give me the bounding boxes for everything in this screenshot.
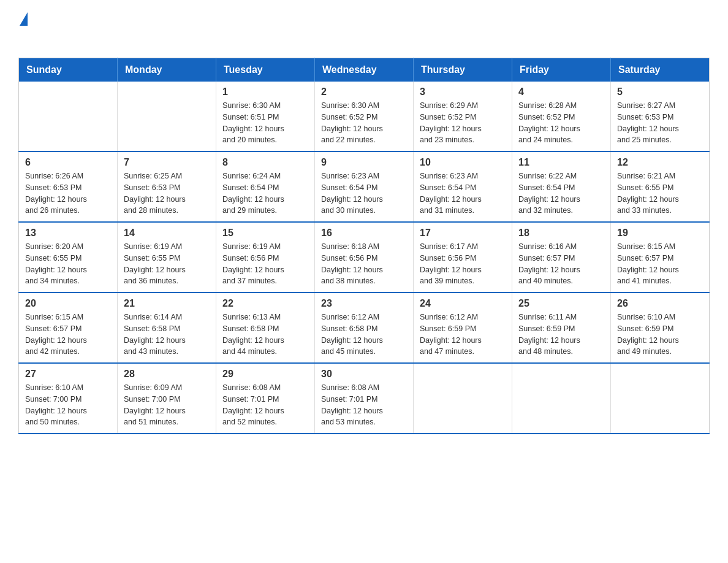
calendar-cell: 24Sunrise: 6:12 AM Sunset: 6:59 PM Dayli… <box>414 293 512 363</box>
calendar-cell: 1Sunrise: 6:30 AM Sunset: 6:51 PM Daylig… <box>216 82 315 151</box>
calendar-cell: 14Sunrise: 6:19 AM Sunset: 6:55 PM Dayli… <box>118 222 216 293</box>
day-number: 16 <box>321 228 407 239</box>
day-number: 1 <box>222 86 308 98</box>
day-info: Sunrise: 6:24 AM Sunset: 6:54 PM Dayligh… <box>222 170 308 216</box>
day-info: Sunrise: 6:12 AM Sunset: 6:58 PM Dayligh… <box>321 312 407 358</box>
day-number: 6 <box>25 157 111 168</box>
day-number: 20 <box>25 298 111 309</box>
day-number: 3 <box>420 86 506 98</box>
day-info: Sunrise: 6:22 AM Sunset: 6:54 PM Dayligh… <box>518 170 604 216</box>
day-number: 30 <box>321 369 407 380</box>
day-info: Sunrise: 6:23 AM Sunset: 6:54 PM Dayligh… <box>321 170 407 216</box>
logo <box>18 12 28 45</box>
day-info: Sunrise: 6:16 AM Sunset: 6:57 PM Dayligh… <box>518 241 604 287</box>
day-info: Sunrise: 6:13 AM Sunset: 6:58 PM Dayligh… <box>222 312 308 358</box>
calendar-cell: 27Sunrise: 6:10 AM Sunset: 7:00 PM Dayli… <box>19 363 118 434</box>
calendar-cell: 15Sunrise: 6:19 AM Sunset: 6:56 PM Dayli… <box>216 222 315 293</box>
day-number: 15 <box>222 228 308 239</box>
day-number: 2 <box>321 86 407 98</box>
day-number: 28 <box>124 369 210 380</box>
day-info: Sunrise: 6:20 AM Sunset: 6:55 PM Dayligh… <box>25 241 111 287</box>
day-info: Sunrise: 6:30 AM Sunset: 6:51 PM Dayligh… <box>222 100 308 146</box>
day-info: Sunrise: 6:25 AM Sunset: 6:53 PM Dayligh… <box>124 170 210 216</box>
day-info: Sunrise: 6:29 AM Sunset: 6:52 PM Dayligh… <box>420 100 506 146</box>
day-info: Sunrise: 6:21 AM Sunset: 6:55 PM Dayligh… <box>617 170 703 216</box>
day-info: Sunrise: 6:09 AM Sunset: 7:00 PM Dayligh… <box>124 382 210 428</box>
day-info: Sunrise: 6:15 AM Sunset: 6:57 PM Dayligh… <box>25 312 111 358</box>
calendar-cell: 11Sunrise: 6:22 AM Sunset: 6:54 PM Dayli… <box>512 151 611 222</box>
calendar-cell: 29Sunrise: 6:08 AM Sunset: 7:01 PM Dayli… <box>216 363 315 434</box>
day-number: 4 <box>518 86 604 98</box>
calendar-body: 1Sunrise: 6:30 AM Sunset: 6:51 PM Daylig… <box>19 82 710 434</box>
logo-triangle-icon <box>20 12 28 26</box>
day-number: 22 <box>222 298 308 309</box>
calendar-cell: 20Sunrise: 6:15 AM Sunset: 6:57 PM Dayli… <box>19 293 118 363</box>
day-info: Sunrise: 6:10 AM Sunset: 7:00 PM Dayligh… <box>25 382 111 428</box>
day-number: 17 <box>420 228 506 239</box>
calendar-week-row: 27Sunrise: 6:10 AM Sunset: 7:00 PM Dayli… <box>19 363 710 434</box>
weekday-header-thursday: Thursday <box>414 58 512 82</box>
day-number: 18 <box>518 228 604 239</box>
calendar-cell: 7Sunrise: 6:25 AM Sunset: 6:53 PM Daylig… <box>118 151 216 222</box>
day-info: Sunrise: 6:17 AM Sunset: 6:56 PM Dayligh… <box>420 241 506 287</box>
calendar-cell: 12Sunrise: 6:21 AM Sunset: 6:55 PM Dayli… <box>611 151 710 222</box>
day-number: 11 <box>518 157 604 168</box>
day-info: Sunrise: 6:19 AM Sunset: 6:56 PM Dayligh… <box>222 241 308 287</box>
day-info: Sunrise: 6:11 AM Sunset: 6:59 PM Dayligh… <box>518 312 604 358</box>
day-info: Sunrise: 6:23 AM Sunset: 6:54 PM Dayligh… <box>420 170 506 216</box>
calendar-week-row: 6Sunrise: 6:26 AM Sunset: 6:53 PM Daylig… <box>19 151 710 222</box>
day-number: 12 <box>617 157 703 168</box>
weekday-header-wednesday: Wednesday <box>315 58 414 82</box>
weekday-header-row: SundayMondayTuesdayWednesdayThursdayFrid… <box>19 58 710 82</box>
day-info: Sunrise: 6:14 AM Sunset: 6:58 PM Dayligh… <box>124 312 210 358</box>
day-number: 9 <box>321 157 407 168</box>
calendar-cell <box>414 363 512 434</box>
calendar-cell: 23Sunrise: 6:12 AM Sunset: 6:58 PM Dayli… <box>315 293 414 363</box>
day-number: 8 <box>222 157 308 168</box>
day-number: 21 <box>124 298 210 309</box>
weekday-header-monday: Monday <box>118 58 216 82</box>
day-info: Sunrise: 6:30 AM Sunset: 6:52 PM Dayligh… <box>321 100 407 146</box>
calendar-cell: 10Sunrise: 6:23 AM Sunset: 6:54 PM Dayli… <box>414 151 512 222</box>
calendar-cell <box>19 82 118 151</box>
calendar-cell: 3Sunrise: 6:29 AM Sunset: 6:52 PM Daylig… <box>414 82 512 151</box>
weekday-header-friday: Friday <box>512 58 611 82</box>
calendar-cell: 19Sunrise: 6:15 AM Sunset: 6:57 PM Dayli… <box>611 222 710 293</box>
calendar-cell: 4Sunrise: 6:28 AM Sunset: 6:52 PM Daylig… <box>512 82 611 151</box>
day-number: 23 <box>321 298 407 309</box>
calendar-cell: 8Sunrise: 6:24 AM Sunset: 6:54 PM Daylig… <box>216 151 315 222</box>
day-number: 29 <box>222 369 308 380</box>
calendar-header: SundayMondayTuesdayWednesdayThursdayFrid… <box>19 58 710 82</box>
calendar-cell <box>118 82 216 151</box>
calendar-cell <box>611 363 710 434</box>
calendar-cell: 18Sunrise: 6:16 AM Sunset: 6:57 PM Dayli… <box>512 222 611 293</box>
calendar-cell: 25Sunrise: 6:11 AM Sunset: 6:59 PM Dayli… <box>512 293 611 363</box>
calendar-cell: 30Sunrise: 6:08 AM Sunset: 7:01 PM Dayli… <box>315 363 414 434</box>
calendar-cell: 9Sunrise: 6:23 AM Sunset: 6:54 PM Daylig… <box>315 151 414 222</box>
day-number: 26 <box>617 298 703 309</box>
calendar-cell: 17Sunrise: 6:17 AM Sunset: 6:56 PM Dayli… <box>414 222 512 293</box>
calendar-week-row: 13Sunrise: 6:20 AM Sunset: 6:55 PM Dayli… <box>19 222 710 293</box>
day-info: Sunrise: 6:10 AM Sunset: 6:59 PM Dayligh… <box>617 312 703 358</box>
day-info: Sunrise: 6:15 AM Sunset: 6:57 PM Dayligh… <box>617 241 703 287</box>
calendar-week-row: 1Sunrise: 6:30 AM Sunset: 6:51 PM Daylig… <box>19 82 710 151</box>
day-number: 7 <box>124 157 210 168</box>
day-info: Sunrise: 6:28 AM Sunset: 6:52 PM Dayligh… <box>518 100 604 146</box>
day-number: 10 <box>420 157 506 168</box>
calendar-table: SundayMondayTuesdayWednesdayThursdayFrid… <box>18 58 710 434</box>
day-number: 24 <box>420 298 506 309</box>
page-header <box>18 12 710 45</box>
calendar-cell: 2Sunrise: 6:30 AM Sunset: 6:52 PM Daylig… <box>315 82 414 151</box>
day-info: Sunrise: 6:27 AM Sunset: 6:53 PM Dayligh… <box>617 100 703 146</box>
day-number: 13 <box>25 228 111 239</box>
calendar-week-row: 20Sunrise: 6:15 AM Sunset: 6:57 PM Dayli… <box>19 293 710 363</box>
weekday-header-saturday: Saturday <box>611 58 710 82</box>
day-number: 5 <box>617 86 703 98</box>
day-number: 19 <box>617 228 703 239</box>
weekday-header-tuesday: Tuesday <box>216 58 315 82</box>
calendar-cell: 6Sunrise: 6:26 AM Sunset: 6:53 PM Daylig… <box>19 151 118 222</box>
calendar-cell <box>512 363 611 434</box>
day-number: 25 <box>518 298 604 309</box>
calendar-cell: 28Sunrise: 6:09 AM Sunset: 7:00 PM Dayli… <box>118 363 216 434</box>
calendar-cell: 21Sunrise: 6:14 AM Sunset: 6:58 PM Dayli… <box>118 293 216 363</box>
